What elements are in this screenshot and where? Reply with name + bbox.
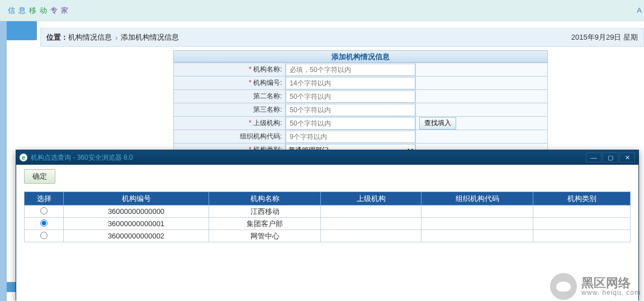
cell-id: 36000000000001	[64, 218, 209, 230]
watermark: 黑区网络 www. heiqu. com	[550, 273, 641, 300]
watermark-url: www. heiqu. com	[581, 289, 641, 296]
minimize-button[interactable]: —	[586, 152, 602, 163]
brand-char: 息	[18, 6, 29, 16]
field-label: 第三名称:	[174, 103, 286, 117]
cell-parent	[321, 206, 422, 218]
cell-name: 集团客户部	[209, 218, 321, 230]
cell-parent	[321, 230, 422, 242]
col-code: 组织机构代码	[422, 192, 533, 206]
brand-char: 专	[50, 6, 61, 16]
org-form: 机构名称: 机构编号: 第二名称: 第三名称: 上级机构: 查找填入 组织机构代…	[173, 63, 548, 157]
left-tab-active[interactable]	[7, 21, 37, 40]
table-row[interactable]: 36000000000000 江西移动	[25, 206, 631, 218]
cell-code	[422, 230, 533, 242]
breadcrumb-date: 2015年9月29日 星期	[571, 32, 638, 42]
cell-name: 江西移动	[209, 206, 321, 218]
popup-body: 确定 选择 机构编号 机构名称 上级机构 组织机构代码 机构类别 3600000…	[16, 165, 638, 301]
ok-button[interactable]: 确定	[24, 169, 55, 184]
brand-char: 动	[40, 6, 50, 16]
row-radio[interactable]	[40, 219, 48, 227]
brand-char: 家	[61, 6, 72, 16]
breadcrumb-label: 位置：	[46, 32, 68, 42]
field-label: 机构编号:	[174, 77, 286, 90]
second-name-input[interactable]	[286, 90, 415, 103]
third-name-input[interactable]	[286, 104, 415, 116]
blank	[415, 130, 547, 144]
blank	[415, 77, 547, 90]
field-label: 上级机构:	[174, 117, 286, 130]
blank	[415, 103, 547, 117]
parent-org-input[interactable]	[286, 117, 415, 130]
cell-name: 网管中心	[209, 230, 321, 242]
col-name: 机构名称	[209, 192, 321, 206]
breadcrumb-sep: ›	[115, 34, 117, 42]
brand-char: 移	[29, 6, 40, 16]
close-button[interactable]: ✕	[619, 152, 635, 163]
maximize-button[interactable]: ▢	[603, 152, 618, 163]
popup-titlebar[interactable]: e 机构点选查询 - 360安全浏览器 8.0 — ▢ ✕	[16, 150, 638, 165]
table-header-row: 选择 机构编号 机构名称 上级机构 组织机构代码 机构类别	[25, 192, 631, 206]
cell-code	[422, 206, 533, 218]
browser-favicon-icon: e	[20, 154, 27, 161]
cell-type	[533, 206, 631, 218]
breadcrumb-a[interactable]: 机构情况信息	[68, 32, 112, 42]
row-radio[interactable]	[40, 207, 48, 214]
cell-type	[533, 218, 631, 230]
cell-code	[422, 218, 533, 230]
blank	[415, 63, 547, 77]
col-parent: 上级机构	[321, 192, 422, 206]
cell-type	[533, 230, 631, 242]
admin-link[interactable]: A	[637, 6, 642, 15]
watermark-title: 黑区网络	[581, 276, 631, 290]
field-label: 组织机构代码:	[174, 130, 286, 144]
cell-id: 36000000000000	[64, 206, 209, 218]
org-code-input[interactable]	[286, 77, 415, 89]
mushroom-icon	[550, 273, 577, 300]
top-bar: 信 息 移 动 专 家 A	[0, 0, 644, 21]
panel-title: 添加机构情况信息	[173, 50, 548, 63]
brand-char: 信	[8, 6, 18, 16]
breadcrumb: 位置： 机构情况信息 › 添加机构情况信息 2015年9月29日 星期	[40, 28, 644, 47]
table-row[interactable]: 36000000000002 网管中心	[25, 230, 631, 242]
field-label: 第二名称:	[174, 90, 286, 103]
field-label: 机构名称:	[174, 63, 286, 77]
popup-title-text: 机构点选查询 - 360安全浏览器 8.0	[31, 153, 133, 163]
lookup-button[interactable]: 查找填入	[419, 117, 456, 130]
org-lookup-table: 选择 机构编号 机构名称 上级机构 组织机构代码 机构类别 3600000000…	[24, 192, 631, 242]
breadcrumb-b: 添加机构情况信息	[121, 32, 179, 42]
left-rail	[0, 21, 7, 301]
org-struct-code-input[interactable]	[286, 131, 415, 143]
org-name-input[interactable]	[286, 64, 415, 76]
table-row[interactable]: 36000000000001 集团客户部	[25, 218, 631, 230]
cell-parent	[321, 218, 422, 230]
col-select: 选择	[25, 192, 64, 206]
lookup-popup: e 机构点选查询 - 360安全浏览器 8.0 — ▢ ✕ 确定 选择 机构编号…	[16, 150, 639, 300]
blank	[415, 90, 547, 103]
col-type: 机构类别	[533, 192, 631, 206]
cell-id: 36000000000002	[64, 230, 209, 242]
row-radio[interactable]	[40, 232, 48, 239]
col-id: 机构编号	[64, 192, 209, 206]
